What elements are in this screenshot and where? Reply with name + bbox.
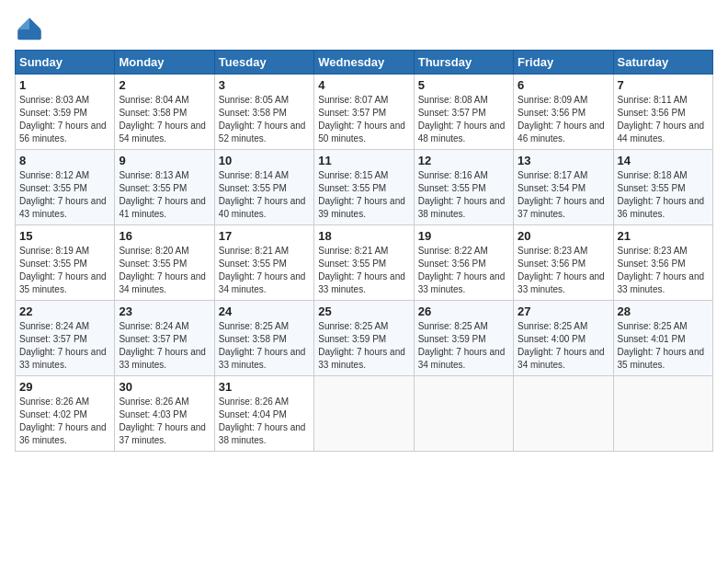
calendar-cell: 28 Sunrise: 8:25 AMSunset: 4:01 PMDaylig… [613,301,712,376]
calendar-cell: 5 Sunrise: 8:08 AMSunset: 3:57 PMDayligh… [414,75,513,150]
day-info: Sunrise: 8:21 AMSunset: 3:55 PMDaylight:… [219,245,310,296]
day-info: Sunrise: 8:15 AMSunset: 3:55 PMDaylight:… [318,169,409,221]
calendar-cell: 30 Sunrise: 8:26 AMSunset: 4:03 PMDaylig… [115,376,214,452]
calendar-cell: 8 Sunrise: 8:12 AMSunset: 3:55 PMDayligh… [16,150,115,225]
day-number: 10 [219,154,310,167]
day-info: Sunrise: 8:18 AMSunset: 3:55 PMDaylight:… [618,169,709,221]
calendar-cell: 10 Sunrise: 8:14 AMSunset: 3:55 PMDaylig… [214,150,313,225]
calendar-cell: 22 Sunrise: 8:24 AMSunset: 3:57 PMDaylig… [16,301,115,376]
logo [15,15,48,44]
weekday-header-friday: Friday [514,51,613,75]
weekday-header-sunday: Sunday [16,51,115,75]
day-number: 25 [318,304,409,318]
calendar-cell: 24 Sunrise: 8:25 AMSunset: 3:58 PMDaylig… [214,301,313,376]
weekday-header-monday: Monday [115,51,214,75]
calendar-cell: 12 Sunrise: 8:16 AMSunset: 3:55 PMDaylig… [414,150,513,225]
day-info: Sunrise: 8:23 AMSunset: 3:56 PMDaylight:… [618,245,709,296]
day-number: 16 [119,229,210,243]
calendar-cell: 1 Sunrise: 8:03 AMSunset: 3:59 PMDayligh… [16,75,115,150]
day-info: Sunrise: 8:24 AMSunset: 3:57 PMDaylight:… [119,320,210,372]
day-info: Sunrise: 8:24 AMSunset: 3:57 PMDaylight:… [19,320,110,372]
calendar-cell: 21 Sunrise: 8:23 AMSunset: 3:56 PMDaylig… [613,225,712,301]
day-info: Sunrise: 8:13 AMSunset: 3:55 PMDaylight:… [119,169,210,221]
day-info: Sunrise: 8:04 AMSunset: 3:58 PMDaylight:… [119,94,210,145]
day-info: Sunrise: 8:03 AMSunset: 3:59 PMDaylight:… [19,94,110,145]
day-info: Sunrise: 8:25 AMSunset: 3:59 PMDaylight:… [418,320,509,372]
weekday-header-saturday: Saturday [613,51,712,75]
day-number: 29 [19,380,110,394]
day-number: 26 [418,304,509,318]
calendar-cell: 9 Sunrise: 8:13 AMSunset: 3:55 PMDayligh… [115,150,214,225]
calendar-cell: 16 Sunrise: 8:20 AMSunset: 3:55 PMDaylig… [115,225,214,301]
day-info: Sunrise: 8:20 AMSunset: 3:55 PMDaylight:… [119,245,210,296]
day-info: Sunrise: 8:25 AMSunset: 4:00 PMDaylight:… [518,320,609,372]
calendar-cell: 6 Sunrise: 8:09 AMSunset: 3:56 PMDayligh… [514,75,613,150]
day-number: 11 [318,154,409,167]
day-number: 4 [318,78,409,92]
day-number: 9 [119,154,210,167]
day-number: 23 [119,304,210,318]
calendar-cell: 19 Sunrise: 8:22 AMSunset: 3:56 PMDaylig… [414,225,513,301]
weekday-header-thursday: Thursday [414,51,513,75]
day-number: 27 [518,304,609,318]
day-info: Sunrise: 8:25 AMSunset: 3:59 PMDaylight:… [318,320,409,372]
calendar-cell [314,376,414,452]
svg-marker-0 [29,17,41,29]
weekday-header-wednesday: Wednesday [314,51,414,75]
calendar-cell: 23 Sunrise: 8:24 AMSunset: 3:57 PMDaylig… [115,301,214,376]
week-row-4: 22 Sunrise: 8:24 AMSunset: 3:57 PMDaylig… [16,301,713,376]
logo-icon [15,15,44,44]
svg-marker-1 [17,17,29,29]
calendar-cell: 15 Sunrise: 8:19 AMSunset: 3:55 PMDaylig… [16,225,115,301]
day-number: 5 [418,78,509,92]
calendar-cell: 14 Sunrise: 8:18 AMSunset: 3:55 PMDaylig… [613,150,712,225]
page-header [15,15,713,44]
day-number: 1 [19,78,110,92]
day-number: 8 [19,154,110,167]
calendar-cell: 17 Sunrise: 8:21 AMSunset: 3:55 PMDaylig… [214,225,313,301]
day-info: Sunrise: 8:05 AMSunset: 3:58 PMDaylight:… [219,94,310,145]
day-number: 20 [518,229,609,243]
calendar-cell: 2 Sunrise: 8:04 AMSunset: 3:58 PMDayligh… [115,75,214,150]
day-info: Sunrise: 8:17 AMSunset: 3:54 PMDaylight:… [518,169,609,221]
calendar-cell: 3 Sunrise: 8:05 AMSunset: 3:58 PMDayligh… [214,75,313,150]
day-number: 12 [418,154,509,167]
day-number: 31 [219,380,310,394]
day-number: 15 [19,229,110,243]
calendar-cell: 25 Sunrise: 8:25 AMSunset: 3:59 PMDaylig… [314,301,414,376]
day-info: Sunrise: 8:19 AMSunset: 3:55 PMDaylight:… [19,245,110,296]
day-number: 2 [119,78,210,92]
day-number: 18 [318,229,409,243]
day-number: 19 [418,229,509,243]
day-info: Sunrise: 8:26 AMSunset: 4:03 PMDaylight:… [119,396,210,447]
day-info: Sunrise: 8:08 AMSunset: 3:57 PMDaylight:… [418,94,509,145]
day-info: Sunrise: 8:23 AMSunset: 3:56 PMDaylight:… [518,245,609,296]
calendar-cell [613,376,712,452]
day-number: 7 [618,78,709,92]
calendar-cell: 26 Sunrise: 8:25 AMSunset: 3:59 PMDaylig… [414,301,513,376]
calendar-cell: 31 Sunrise: 8:26 AMSunset: 4:04 PMDaylig… [214,376,313,452]
weekday-header-row: SundayMondayTuesdayWednesdayThursdayFrid… [16,51,713,75]
day-info: Sunrise: 8:21 AMSunset: 3:55 PMDaylight:… [318,245,409,296]
calendar-cell: 4 Sunrise: 8:07 AMSunset: 3:57 PMDayligh… [314,75,414,150]
day-info: Sunrise: 8:11 AMSunset: 3:56 PMDaylight:… [618,94,709,145]
calendar-cell: 18 Sunrise: 8:21 AMSunset: 3:55 PMDaylig… [314,225,414,301]
day-info: Sunrise: 8:26 AMSunset: 4:04 PMDaylight:… [219,396,310,447]
calendar-cell [414,376,513,452]
week-row-3: 15 Sunrise: 8:19 AMSunset: 3:55 PMDaylig… [16,225,713,301]
calendar-cell: 11 Sunrise: 8:15 AMSunset: 3:55 PMDaylig… [314,150,414,225]
day-number: 21 [618,229,709,243]
calendar-cell: 29 Sunrise: 8:26 AMSunset: 4:02 PMDaylig… [16,376,115,452]
calendar-cell: 27 Sunrise: 8:25 AMSunset: 4:00 PMDaylig… [514,301,613,376]
calendar-cell [514,376,613,452]
day-info: Sunrise: 8:09 AMSunset: 3:56 PMDaylight:… [518,94,609,145]
calendar-table: SundayMondayTuesdayWednesdayThursdayFrid… [15,50,713,452]
day-number: 30 [119,380,210,394]
week-row-5: 29 Sunrise: 8:26 AMSunset: 4:02 PMDaylig… [16,376,713,452]
calendar-cell: 20 Sunrise: 8:23 AMSunset: 3:56 PMDaylig… [514,225,613,301]
day-info: Sunrise: 8:12 AMSunset: 3:55 PMDaylight:… [19,169,110,221]
day-number: 17 [219,229,310,243]
day-number: 28 [618,304,709,318]
day-info: Sunrise: 8:22 AMSunset: 3:56 PMDaylight:… [418,245,509,296]
week-row-2: 8 Sunrise: 8:12 AMSunset: 3:55 PMDayligh… [16,150,713,225]
